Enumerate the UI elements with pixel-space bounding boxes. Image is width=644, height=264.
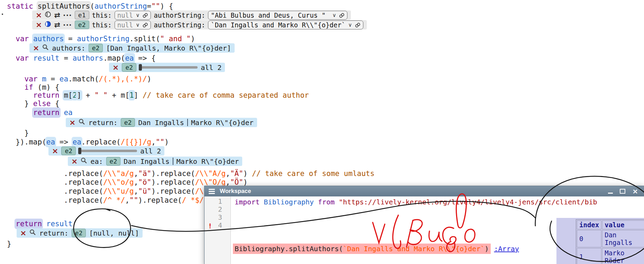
probe-return-inner: × return: e2 Dan Ingalls Marko R\"{o}der	[66, 118, 257, 127]
author-string-label: authorString:	[154, 21, 205, 29]
example-badge[interactable]: e2	[72, 229, 86, 237]
line-number: 2	[205, 205, 222, 213]
probe-authors: × authors: e2 [Dan Ingalls, Marko R\"{o}…	[29, 43, 235, 53]
delete-example-button[interactable]: ×	[36, 11, 42, 19]
search-icon[interactable]	[81, 157, 87, 166]
author-string-label: authorString:	[154, 11, 205, 19]
slider-range-label: all 2	[140, 147, 161, 155]
probe-label: authors:	[52, 44, 85, 52]
probe-label: return:	[88, 118, 117, 127]
babylonian-code-editor[interactable]: static splitAuthors(authorString="") { v…	[0, 0, 644, 264]
probe-value: [Dan Ingalls, Marko R\"{o}der]	[106, 44, 231, 52]
toggle-on-icon[interactable]	[45, 21, 51, 29]
cell-index: 0	[577, 230, 601, 247]
link-icon[interactable]	[337, 10, 346, 20]
evaluated-expression: Bibliography.splitAuthors(`Dan Ingalls a…	[233, 244, 491, 254]
probe-value: Dan Ingalls	[138, 118, 184, 127]
author-string-value: `Dan Ingalls and Marko R\\"{o}der`	[211, 21, 345, 29]
code-line: }).map(ea => ea.replace(/[{}]/g,"")	[7, 138, 169, 146]
probe-label: return:	[39, 229, 68, 237]
probe-value: Dan Ingalls	[124, 157, 169, 166]
line-number-gutter: 1 2 3 4 !	[205, 196, 231, 264]
code-line: var m = ea.match(/(.*),(.*)/)	[7, 75, 151, 83]
table-row: 1 Marko Röder	[577, 248, 644, 264]
probe-ea: × ea: e2 Dan Ingalls Marko R\"{o}der	[68, 157, 242, 166]
more-options-button[interactable]: ···	[63, 21, 72, 29]
array-result-link[interactable]: :Array	[494, 245, 519, 253]
chevron-down-icon[interactable]: ∨	[136, 22, 140, 28]
code-line: if (m) {	[7, 83, 60, 91]
cell-index: 1	[577, 248, 601, 264]
evaluation-result-line: Bibliography.splitAuthors(`Dan Ingalls a…	[233, 244, 519, 254]
example-badge[interactable]: e2	[121, 118, 135, 127]
iteration-slider[interactable]	[79, 150, 137, 152]
this-value-input[interactable]: null ∨	[115, 20, 151, 29]
probe-return-outer: × return: e2 [null, null]	[17, 228, 143, 238]
delete-example-button[interactable]: ×	[36, 21, 42, 29]
code-line: .replace(/\\"a/g,"ä").replace(/\\"A/g,"Ä…	[7, 169, 374, 178]
cell-value: Marko Röder	[602, 248, 644, 264]
code-line: var authors = authorString.split(" and "…	[7, 35, 195, 43]
link-icon[interactable]	[140, 10, 150, 20]
swap-arrows-icon[interactable]: ⇄	[54, 21, 60, 29]
example-badge[interactable]: e2	[122, 63, 136, 72]
close-button[interactable]: ×	[632, 188, 638, 195]
workspace-window: Workspace × 1 2 3 4 ! import Bibliograph…	[204, 186, 644, 264]
slider-range-label: all 2	[201, 63, 221, 72]
example-row-e2: × ⇄ ··· e2 this: null ∨ authorString: `D…	[32, 20, 367, 29]
window-title: Workspace	[220, 188, 251, 195]
author-string-input[interactable]: "Abi Bulbus and Deus, Curus " ∨	[208, 11, 347, 20]
this-label: this:	[92, 11, 112, 19]
example-badge[interactable]: e2	[106, 157, 121, 166]
table-row: 0 Dan Ingalls	[577, 230, 644, 247]
example-badge[interactable]: e2	[89, 44, 103, 52]
minimize-button[interactable]	[608, 193, 613, 194]
delete-probe-button[interactable]: ×	[33, 44, 39, 52]
author-string-input[interactable]: `Dan Ingalls and Marko R\\"{o}der` ∨	[208, 20, 363, 29]
code-line: }	[7, 129, 29, 137]
slider-thumb[interactable]	[78, 148, 81, 154]
more-options-button[interactable]: ···	[63, 11, 72, 19]
chevron-down-icon[interactable]: ∨	[332, 12, 336, 18]
table-header-value: value	[602, 220, 644, 229]
search-icon[interactable]	[79, 118, 85, 127]
delete-probe-button[interactable]: ×	[71, 158, 78, 165]
workspace-code-area[interactable]: import Bibliography from "https://lively…	[231, 196, 644, 264]
menu-icon[interactable]	[209, 189, 215, 194]
slider-thumb[interactable]	[139, 64, 142, 71]
delete-probe-button[interactable]: ×	[20, 229, 26, 237]
delete-probe-button[interactable]: ×	[112, 64, 119, 71]
example-badge[interactable]: e1	[75, 11, 89, 19]
code-line: .replace(/\\"o/g,"ö").replace(/\\"O/g,"Ö…	[7, 178, 247, 186]
line-number: 1	[205, 197, 222, 205]
example-slider: × e2 all 2	[109, 63, 225, 72]
code-line: } else {	[7, 99, 60, 108]
line-number: 4	[205, 221, 222, 229]
this-value-input[interactable]: null ∨	[115, 11, 151, 20]
probe-value: Marko R\"{o}der	[191, 118, 254, 127]
probe-value: [null, null]	[89, 229, 139, 237]
example-badge[interactable]: e2	[75, 20, 89, 29]
search-icon[interactable]	[42, 44, 49, 52]
chevron-down-icon[interactable]: ∨	[348, 22, 352, 28]
search-icon[interactable]	[29, 229, 36, 237]
delete-probe-button[interactable]: ×	[69, 119, 75, 126]
workspace-editor[interactable]: 1 2 3 4 ! import Bibliography from "http…	[205, 196, 644, 264]
line-number: 3	[205, 213, 222, 221]
probe-label: ea:	[90, 157, 103, 166]
link-icon[interactable]	[140, 20, 150, 30]
this-value: null	[117, 21, 133, 29]
cursor-dot	[2, 14, 3, 15]
maximize-button[interactable]	[620, 189, 625, 194]
error-marker[interactable]: !	[208, 222, 212, 230]
example-badge[interactable]: e2	[61, 147, 76, 155]
delete-probe-button[interactable]: ×	[52, 147, 58, 155]
chevron-down-icon[interactable]: ∨	[136, 12, 140, 18]
toggle-off-icon[interactable]	[45, 11, 51, 19]
link-icon[interactable]	[353, 20, 362, 30]
iteration-slider[interactable]	[139, 66, 198, 69]
window-title-bar[interactable]: Workspace ×	[205, 186, 644, 196]
swap-arrows-icon[interactable]: ⇄	[54, 11, 60, 19]
this-value: null	[117, 11, 133, 19]
example-row-e1: × ⇄ ··· e1 this: null ∨ authorString: "A…	[32, 10, 351, 20]
